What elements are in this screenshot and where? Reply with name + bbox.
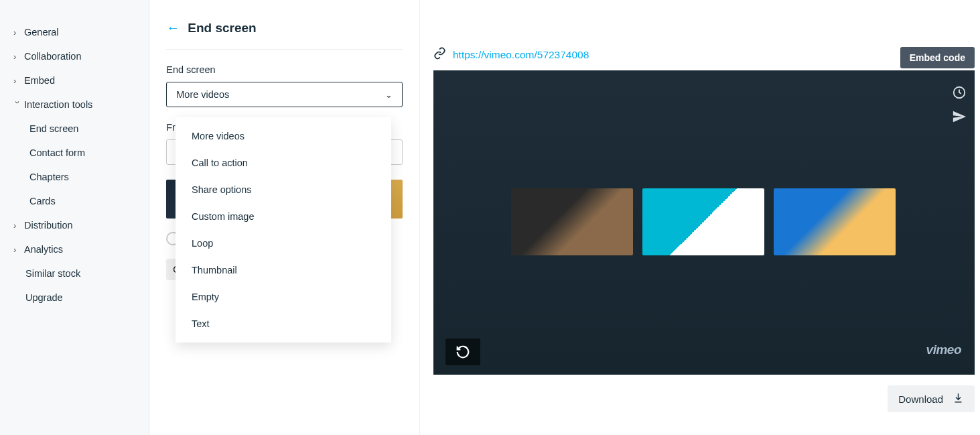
vimeo-logo: vimeo <box>926 343 961 357</box>
chevron-right-icon: › <box>13 221 21 231</box>
settings-sidebar: › General › Collaboration › Embed › Inte… <box>0 0 149 435</box>
sidebar-item-interaction-tools[interactable]: › Interaction tools <box>0 92 149 117</box>
panel-header: ← End screen <box>166 20 403 50</box>
sidebar-sub-contact-form[interactable]: Contact form <box>0 141 149 165</box>
replay-button[interactable] <box>445 338 480 365</box>
dropdown-option-share-options[interactable]: Share options <box>176 176 391 203</box>
sidebar-item-label: Upgrade <box>25 292 63 303</box>
sidebar-item-label: Cards <box>29 196 56 206</box>
share-icon[interactable] <box>952 109 967 127</box>
sidebar-item-distribution[interactable]: › Distribution <box>0 213 149 237</box>
sidebar-item-label: Contact form <box>29 147 85 158</box>
back-arrow-icon[interactable]: ← <box>166 20 180 36</box>
sidebar-item-label: Chapters <box>29 172 69 182</box>
sidebar-sub-cards[interactable]: Cards <box>0 189 149 213</box>
chevron-down-icon: ⌄ <box>385 90 393 100</box>
sidebar-item-label: Similar stock <box>25 268 80 279</box>
video-url-row: https://vimeo.com/572374008 <box>433 47 975 62</box>
related-video-2[interactable] <box>642 188 764 255</box>
sidebar-sub-end-screen[interactable]: End screen <box>0 117 149 141</box>
sidebar-item-label: General <box>24 27 59 38</box>
dropdown-option-empty[interactable]: Empty <box>176 284 391 310</box>
sidebar-item-embed[interactable]: › Embed <box>0 68 149 92</box>
end-screen-dropdown: More videos Call to action Share options… <box>176 117 391 343</box>
end-screen-field-label: End screen <box>166 64 403 75</box>
embed-code-button[interactable]: Embed code <box>900 47 975 68</box>
download-icon <box>953 392 964 406</box>
dropdown-option-custom-image[interactable]: Custom image <box>176 203 391 230</box>
chevron-right-icon: › <box>13 27 21 38</box>
download-button[interactable]: Download <box>888 385 975 412</box>
chevron-right-icon: › <box>13 76 21 86</box>
sidebar-item-label: Distribution <box>24 220 73 231</box>
panel-title: End screen <box>188 21 256 36</box>
sidebar-item-label: Interaction tools <box>24 99 92 110</box>
chevron-right-icon: › <box>13 245 21 255</box>
chevron-down-icon: › <box>13 101 23 109</box>
link-icon <box>433 47 446 62</box>
related-video-1[interactable] <box>511 188 633 255</box>
dropdown-option-loop[interactable]: Loop <box>176 230 391 257</box>
sidebar-item-label: End screen <box>29 123 78 134</box>
end-screen-video-thumbs <box>511 188 896 255</box>
sidebar-item-analytics[interactable]: › Analytics <box>0 237 149 261</box>
sidebar-item-label: Collaboration <box>24 51 81 62</box>
clock-icon[interactable] <box>952 85 967 103</box>
dropdown-option-thumbnail[interactable]: Thumbnail <box>176 257 391 284</box>
sidebar-item-collaboration[interactable]: › Collaboration <box>0 44 149 68</box>
sidebar-item-similar-stock[interactable]: Similar stock <box>0 261 149 286</box>
sidebar-item-general[interactable]: › General <box>0 20 149 44</box>
preview-panel: https://vimeo.com/572374008 Embed code v… <box>420 0 980 435</box>
video-url-link[interactable]: https://vimeo.com/572374008 <box>453 49 589 61</box>
sidebar-item-upgrade[interactable]: Upgrade <box>0 286 149 310</box>
dropdown-option-text[interactable]: Text <box>176 310 391 337</box>
download-label: Download <box>898 393 943 405</box>
dropdown-option-call-to-action[interactable]: Call to action <box>176 149 391 176</box>
dropdown-option-more-videos[interactable]: More videos <box>176 123 391 149</box>
related-video-3[interactable] <box>774 188 896 255</box>
sidebar-item-label: Embed <box>24 75 55 86</box>
sidebar-sub-chapters[interactable]: Chapters <box>0 165 149 189</box>
end-screen-select[interactable]: More videos ⌄ <box>166 82 403 107</box>
video-player: vimeo <box>433 70 975 375</box>
select-value: More videos <box>176 89 229 100</box>
sidebar-item-label: Analytics <box>24 244 63 255</box>
chevron-right-icon: › <box>13 52 21 62</box>
